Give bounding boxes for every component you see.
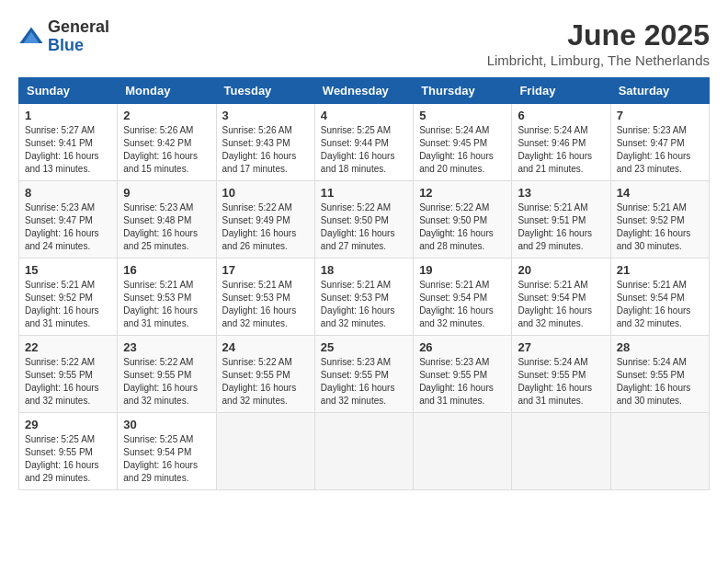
sunset-label: Sunset: 9:51 PM bbox=[518, 215, 586, 225]
sunrise-label: Sunrise: 5:22 AM bbox=[123, 357, 193, 367]
daylight-label: Daylight: 16 hours bbox=[419, 383, 494, 393]
daylight-value: and 31 minutes. bbox=[419, 396, 484, 406]
daylight-label: Daylight: 16 hours bbox=[419, 305, 494, 316]
daylight-value: and 24 minutes. bbox=[25, 241, 90, 251]
daylight-label: Daylight: 16 hours bbox=[25, 305, 99, 316]
sunset-label: Sunset: 9:55 PM bbox=[617, 370, 685, 380]
day-info: Sunrise: 5:21 AM Sunset: 9:54 PM Dayligh… bbox=[617, 279, 703, 330]
daylight-label: Daylight: 16 hours bbox=[617, 151, 691, 161]
daylight-value: and 13 minutes. bbox=[25, 164, 90, 174]
sunrise-label: Sunrise: 5:22 AM bbox=[222, 357, 292, 367]
day-number: 10 bbox=[222, 186, 309, 200]
table-row: 25 Sunrise: 5:23 AM Sunset: 9:55 PM Dayl… bbox=[314, 336, 413, 413]
daylight-value: and 31 minutes. bbox=[123, 318, 188, 328]
daylight-value: and 29 minutes. bbox=[518, 241, 583, 251]
table-row bbox=[610, 413, 709, 490]
sunrise-label: Sunrise: 5:23 AM bbox=[321, 357, 391, 367]
col-sunday: Sunday bbox=[19, 78, 118, 104]
sunset-label: Sunset: 9:53 PM bbox=[321, 293, 389, 303]
daylight-value: and 26 minutes. bbox=[222, 241, 288, 251]
table-row: 14 Sunrise: 5:21 AM Sunset: 9:52 PM Dayl… bbox=[610, 181, 709, 259]
sunset-label: Sunset: 9:55 PM bbox=[419, 370, 487, 380]
day-info: Sunrise: 5:21 AM Sunset: 9:53 PM Dayligh… bbox=[222, 279, 309, 330]
calendar-week-row: 29 Sunrise: 5:25 AM Sunset: 9:55 PM Dayl… bbox=[19, 413, 710, 490]
daylight-label: Daylight: 16 hours bbox=[222, 383, 297, 393]
table-row bbox=[216, 413, 314, 490]
sunrise-label: Sunrise: 5:21 AM bbox=[123, 280, 193, 290]
daylight-value: and 21 minutes. bbox=[518, 164, 583, 174]
table-row: 24 Sunrise: 5:22 AM Sunset: 9:55 PM Dayl… bbox=[216, 336, 314, 413]
table-row: 7 Sunrise: 5:23 AM Sunset: 9:47 PM Dayli… bbox=[610, 104, 709, 181]
daylight-value: and 29 minutes. bbox=[123, 473, 188, 483]
sunrise-label: Sunrise: 5:26 AM bbox=[222, 125, 292, 135]
daylight-label: Daylight: 16 hours bbox=[123, 228, 198, 238]
daylight-label: Daylight: 16 hours bbox=[518, 151, 592, 161]
daylight-label: Daylight: 16 hours bbox=[419, 151, 494, 161]
day-info: Sunrise: 5:22 AM Sunset: 9:55 PM Dayligh… bbox=[123, 356, 210, 408]
logo-blue-text: Blue bbox=[48, 37, 109, 55]
sunset-label: Sunset: 9:46 PM bbox=[518, 138, 586, 148]
table-row: 17 Sunrise: 5:21 AM Sunset: 9:53 PM Dayl… bbox=[216, 259, 314, 336]
day-info: Sunrise: 5:22 AM Sunset: 9:55 PM Dayligh… bbox=[222, 356, 309, 408]
daylight-value: and 32 minutes. bbox=[617, 318, 682, 328]
sunrise-label: Sunrise: 5:27 AM bbox=[25, 125, 95, 135]
logo-icon bbox=[18, 24, 44, 50]
sunset-label: Sunset: 9:54 PM bbox=[419, 293, 487, 303]
day-number: 13 bbox=[518, 186, 604, 200]
col-thursday: Thursday bbox=[414, 78, 512, 104]
day-number: 30 bbox=[123, 418, 210, 431]
sunrise-label: Sunrise: 5:22 AM bbox=[25, 357, 95, 367]
daylight-label: Daylight: 16 hours bbox=[518, 228, 592, 238]
sunrise-label: Sunrise: 5:21 AM bbox=[222, 280, 292, 290]
day-number: 18 bbox=[321, 263, 407, 277]
table-row: 9 Sunrise: 5:23 AM Sunset: 9:48 PM Dayli… bbox=[118, 181, 216, 259]
table-row bbox=[512, 413, 610, 490]
sunset-label: Sunset: 9:42 PM bbox=[123, 138, 191, 148]
day-info: Sunrise: 5:22 AM Sunset: 9:50 PM Dayligh… bbox=[419, 201, 506, 253]
daylight-label: Daylight: 16 hours bbox=[518, 383, 592, 393]
day-info: Sunrise: 5:22 AM Sunset: 9:49 PM Dayligh… bbox=[222, 201, 309, 253]
day-number: 20 bbox=[518, 263, 604, 277]
sunset-label: Sunset: 9:55 PM bbox=[321, 370, 389, 380]
daylight-value: and 32 minutes. bbox=[518, 318, 583, 328]
month-title: June 2025 bbox=[487, 18, 710, 52]
location-text: Limbricht, Limburg, The Netherlands bbox=[487, 52, 710, 68]
sunrise-label: Sunrise: 5:24 AM bbox=[419, 125, 489, 135]
table-row: 12 Sunrise: 5:22 AM Sunset: 9:50 PM Dayl… bbox=[414, 181, 512, 259]
daylight-value: and 30 minutes. bbox=[617, 396, 682, 406]
daylight-label: Daylight: 16 hours bbox=[123, 383, 198, 393]
daylight-value: and 29 minutes. bbox=[25, 473, 90, 483]
table-row bbox=[414, 413, 512, 490]
day-number: 23 bbox=[123, 340, 210, 354]
sunrise-label: Sunrise: 5:25 AM bbox=[123, 434, 193, 444]
table-row: 27 Sunrise: 5:24 AM Sunset: 9:55 PM Dayl… bbox=[512, 336, 610, 413]
col-friday: Friday bbox=[512, 78, 610, 104]
day-number: 28 bbox=[617, 340, 703, 354]
daylight-label: Daylight: 16 hours bbox=[123, 151, 198, 161]
day-info: Sunrise: 5:26 AM Sunset: 9:42 PM Dayligh… bbox=[123, 124, 210, 176]
daylight-label: Daylight: 16 hours bbox=[25, 383, 99, 393]
sunset-label: Sunset: 9:54 PM bbox=[617, 293, 685, 303]
table-row: 8 Sunrise: 5:23 AM Sunset: 9:47 PM Dayli… bbox=[19, 181, 118, 259]
day-number: 12 bbox=[419, 186, 506, 200]
table-row: 19 Sunrise: 5:21 AM Sunset: 9:54 PM Dayl… bbox=[414, 259, 512, 336]
day-number: 8 bbox=[25, 186, 111, 200]
col-saturday: Saturday bbox=[610, 78, 709, 104]
daylight-value: and 28 minutes. bbox=[419, 241, 484, 251]
daylight-value: and 32 minutes. bbox=[25, 396, 90, 406]
calendar-table: Sunday Monday Tuesday Wednesday Thursday… bbox=[18, 77, 710, 490]
daylight-label: Daylight: 16 hours bbox=[321, 151, 395, 161]
day-info: Sunrise: 5:21 AM Sunset: 9:53 PM Dayligh… bbox=[123, 279, 210, 330]
sunrise-label: Sunrise: 5:23 AM bbox=[123, 202, 193, 213]
daylight-value: and 32 minutes. bbox=[419, 318, 484, 328]
table-row: 26 Sunrise: 5:23 AM Sunset: 9:55 PM Dayl… bbox=[414, 336, 512, 413]
daylight-value: and 32 minutes. bbox=[222, 318, 288, 328]
table-row: 30 Sunrise: 5:25 AM Sunset: 9:54 PM Dayl… bbox=[118, 413, 216, 490]
sunset-label: Sunset: 9:47 PM bbox=[25, 215, 93, 225]
day-number: 15 bbox=[25, 263, 111, 277]
sunset-label: Sunset: 9:55 PM bbox=[25, 370, 93, 380]
daylight-value: and 18 minutes. bbox=[321, 164, 386, 174]
daylight-value: and 32 minutes. bbox=[222, 396, 288, 406]
sunrise-label: Sunrise: 5:25 AM bbox=[321, 125, 391, 135]
day-number: 11 bbox=[321, 186, 407, 200]
